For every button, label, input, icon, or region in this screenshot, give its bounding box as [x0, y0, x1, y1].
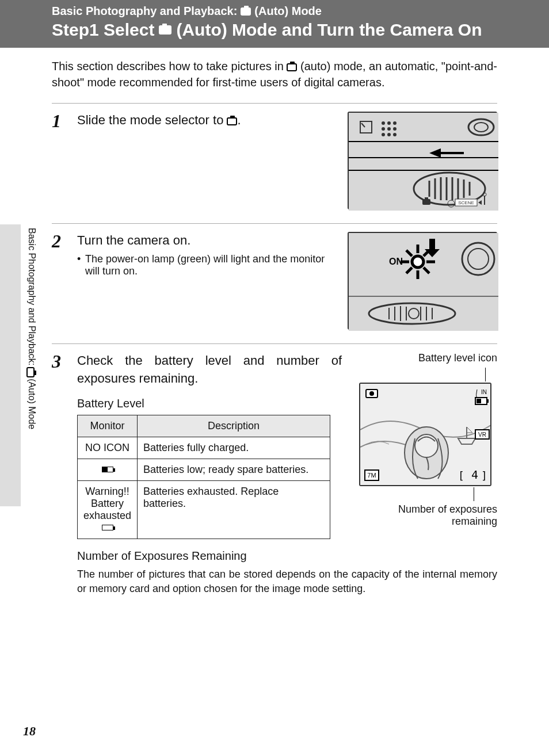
- svg-text:SCENE: SCENE: [458, 200, 474, 205]
- breadcrumb-suffix: (Auto) Mode: [254, 5, 322, 18]
- monitor-cell-halfbattery: [78, 459, 138, 480]
- page-number: 18: [23, 724, 36, 739]
- svg-point-8: [393, 127, 396, 131]
- step-1-text: Slide the mode selector to .: [77, 112, 340, 129]
- side-tab: [0, 224, 21, 506]
- side-tab-label: Basic Photography and Playback: (Auto) M…: [25, 228, 37, 429]
- title-prefix: Step1 Select: [52, 20, 154, 40]
- pointer-line: [485, 368, 486, 381]
- lcd-size-label: 7M: [367, 472, 376, 479]
- intro-paragraph: This section describes how to take pictu…: [0, 48, 549, 101]
- title-suffix: (Auto) Mode and Turn the Camera On: [176, 20, 482, 40]
- step-2-title: Turn the camera on.: [77, 232, 340, 250]
- camera-icon: [26, 367, 35, 377]
- lcd-in-label: IN: [481, 389, 487, 395]
- camera-icon: [287, 63, 297, 71]
- description-cell: Batteries exhausted. Replace batteries.: [138, 480, 330, 539]
- svg-text:VR: VR: [478, 432, 486, 438]
- svg-rect-61: [487, 399, 489, 403]
- side-tab-suffix: (Auto) Mode: [27, 379, 37, 429]
- exposures-remaining-body: The number of pictures that can be store…: [77, 567, 497, 596]
- step-3: 3 Check the battery level and number of …: [0, 352, 549, 608]
- svg-point-4: [387, 121, 391, 125]
- svg-rect-62: [476, 399, 481, 403]
- monitor-cell-noicon: NO ICON: [78, 437, 138, 459]
- svg-point-7: [387, 127, 391, 131]
- step-3-title: Check the battery level and number of ex…: [77, 352, 342, 388]
- camera-icon: [159, 25, 171, 35]
- step-2-bullet: The power-on lamp (green) will light and…: [77, 253, 340, 277]
- intro-part1: This section describes how to take pictu…: [52, 60, 287, 72]
- caption-l1: Number of exposures: [398, 503, 497, 515]
- page-title: Step1 Select (Auto) Mode and Turn the Ca…: [52, 20, 537, 40]
- mode-selector-illustration: SCENE: [348, 112, 497, 209]
- svg-rect-28: [422, 199, 430, 205]
- monitor-cell-warning: Warning!! Battery exhausted: [78, 480, 138, 539]
- svg-text:[: [: [458, 469, 464, 482]
- caption-l2: remaining: [452, 516, 497, 527]
- step-number: 3: [52, 352, 69, 371]
- svg-point-34: [412, 256, 424, 268]
- description-cell: Batteries low; ready spare batteries.: [138, 459, 330, 480]
- step-1-suffix: .: [237, 113, 241, 127]
- page: Basic Photography and Playback: (Auto) M…: [0, 0, 549, 756]
- svg-rect-29: [425, 197, 428, 200]
- table-row: Batteries low; ready spare batteries.: [78, 459, 330, 480]
- table-header-monitor: Monitor: [78, 415, 138, 437]
- camera-icon: [227, 117, 237, 125]
- exposures-remaining-caption: Number of exposures remaining: [359, 503, 497, 528]
- svg-point-57: [415, 434, 438, 457]
- description-cell: Batteries fully charged.: [138, 437, 330, 459]
- svg-point-10: [387, 133, 391, 136]
- step-1: 1 Slide the mode selector to .: [0, 112, 549, 221]
- svg-point-5: [393, 121, 396, 125]
- svg-point-59: [369, 391, 374, 396]
- battery-level-heading: Battery Level: [77, 397, 342, 410]
- divider: [52, 103, 497, 104]
- svg-point-9: [382, 133, 385, 136]
- step-number: 1: [52, 112, 69, 130]
- battery-empty-icon: [102, 525, 113, 530]
- svg-point-6: [382, 127, 385, 131]
- exposures-remaining-heading: Number of Exposures Remaining: [77, 549, 497, 563]
- side-tab-prefix: Basic Photography and Playback:: [27, 228, 37, 368]
- svg-text:]: ]: [481, 469, 487, 482]
- breadcrumb: Basic Photography and Playback: (Auto) M…: [52, 5, 537, 18]
- svg-point-3: [382, 121, 385, 125]
- breadcrumb-prefix: Basic Photography and Playback:: [52, 5, 237, 18]
- battery-level-table: Monitor Description NO ICON Batteries fu…: [77, 415, 330, 539]
- svg-point-11: [393, 133, 396, 136]
- table-row: Warning!! Battery exhausted Batteries ex…: [78, 480, 330, 539]
- header-band: Basic Photography and Playback: (Auto) M…: [0, 0, 549, 48]
- table-row: NO ICON Batteries fully charged.: [78, 437, 330, 459]
- step-2: 2 Turn the camera on. The power-on lamp …: [0, 232, 549, 341]
- battery-half-icon: [102, 467, 113, 472]
- lcd-remaining-number: 4: [471, 468, 478, 482]
- lcd-preview: IN VR 7M [: [359, 383, 491, 486]
- warning-text: Warning!! Battery exhausted: [83, 486, 131, 522]
- table-header-description: Description: [138, 415, 330, 437]
- step-number: 2: [52, 232, 69, 250]
- camera-power-illustration: ON: [348, 232, 497, 330]
- divider: [52, 343, 497, 344]
- battery-icon-label: Battery level icon: [359, 352, 497, 364]
- pointer-line: [474, 487, 474, 501]
- divider: [52, 223, 497, 224]
- camera-icon: [241, 7, 251, 16]
- step-1-prefix: Slide the mode selector to: [77, 113, 227, 127]
